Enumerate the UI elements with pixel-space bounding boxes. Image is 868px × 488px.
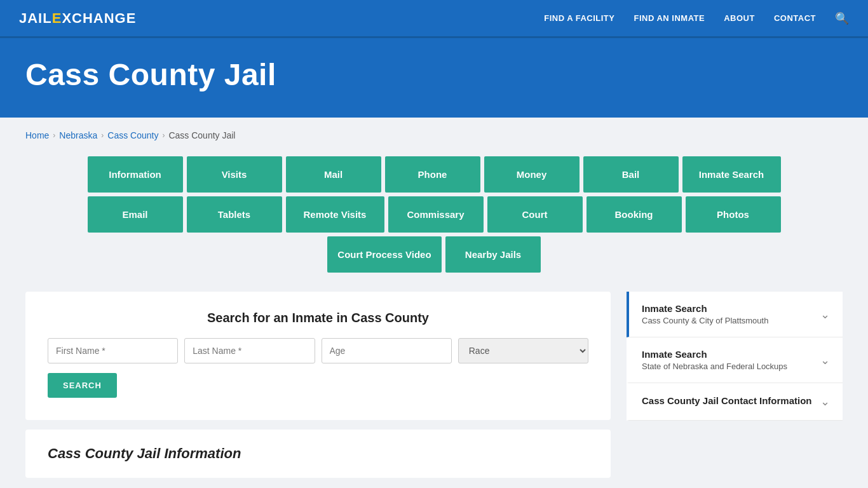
nav-find-inmate[interactable]: FIND AN INMATE <box>634 13 705 23</box>
breadcrumb-chevron-2: › <box>101 131 104 140</box>
btn-bail[interactable]: Bail <box>583 156 679 193</box>
logo-jail-text: JAIL <box>19 10 52 27</box>
chevron-down-icon-1: ⌄ <box>820 308 830 322</box>
nav-about[interactable]: ABOUT <box>724 13 755 23</box>
btn-remote-visits[interactable]: Remote Visits <box>286 196 384 233</box>
sidebar-card-3-title: Cass County Jail Contact Information <box>642 395 812 406</box>
btn-commissary[interactable]: Commissary <box>388 196 484 233</box>
navbar: JAILEXCHANGE FIND A FACILITY FIND AN INM… <box>0 0 868 38</box>
breadcrumb-nebraska[interactable]: Nebraska <box>59 130 97 140</box>
chevron-down-icon-3: ⌄ <box>820 395 830 409</box>
btn-inmate-search[interactable]: Inmate Search <box>682 156 781 193</box>
sidebar-card-1[interactable]: Inmate Search Cass County & City of Plat… <box>627 292 843 337</box>
btn-email[interactable]: Email <box>88 196 183 233</box>
last-name-input[interactable] <box>184 338 315 363</box>
sidebar-card-1-title: Inmate Search <box>642 303 768 314</box>
sidebar-card-2-subtitle: State of Nebraska and Federal Lockups <box>642 362 787 371</box>
content-area: Home › Nebraska › Cass County › Cass Cou… <box>0 118 868 488</box>
hero-section: Cass County Jail <box>0 38 868 118</box>
sidebar-card-1-text: Inmate Search Cass County & City of Plat… <box>642 303 768 325</box>
btn-court[interactable]: Court <box>487 196 583 233</box>
first-name-input[interactable] <box>48 338 178 363</box>
btn-mail[interactable]: Mail <box>286 156 381 193</box>
breadcrumb-cass-county[interactable]: Cass County <box>107 130 158 140</box>
breadcrumb-home[interactable]: Home <box>25 130 49 140</box>
sidebar-card-2-title: Inmate Search <box>642 349 787 360</box>
search-box: Search for an Inmate in Cass County Race… <box>25 292 611 420</box>
logo-x-text: E <box>52 10 62 27</box>
breadcrumb-chevron-1: › <box>53 131 55 140</box>
button-row-3: Court Process Video Nearby Jails <box>327 236 541 273</box>
btn-booking[interactable]: Booking <box>587 196 682 233</box>
page-title: Cass County Jail <box>25 57 843 92</box>
sidebar-card-3[interactable]: Cass County Jail Contact Information ⌄ <box>627 383 843 421</box>
left-panel: Search for an Inmate in Cass County Race… <box>25 292 611 478</box>
button-row-2: Email Tablets Remote Visits Commissary C… <box>88 196 781 233</box>
breadcrumb-chevron-3: › <box>162 131 165 140</box>
race-select[interactable]: Race White Black Hispanic Asian Other <box>458 338 588 363</box>
nav-find-facility[interactable]: FIND A FACILITY <box>544 13 614 23</box>
btn-information[interactable]: Information <box>88 156 183 193</box>
sidebar-card-2-text: Inmate Search State of Nebraska and Fede… <box>642 349 787 371</box>
btn-money[interactable]: Money <box>484 156 580 193</box>
breadcrumb: Home › Nebraska › Cass County › Cass Cou… <box>25 130 843 140</box>
chevron-down-icon-2: ⌄ <box>820 353 830 367</box>
info-title: Cass County Jail Information <box>48 445 588 462</box>
btn-photos[interactable]: Photos <box>686 196 781 233</box>
sidebar-card-1-subtitle: Cass County & City of Plattsmouth <box>642 316 768 325</box>
sidebar-card-3-text: Cass County Jail Contact Information <box>642 395 812 408</box>
button-row-1: Information Visits Mail Phone Money Bail… <box>88 156 781 193</box>
logo-change-text: XCHANGE <box>62 10 136 27</box>
search-fields: Race White Black Hispanic Asian Other <box>48 338 588 363</box>
breadcrumb-current: Cass County Jail <box>168 130 235 140</box>
search-button[interactable]: SEARCH <box>48 373 117 398</box>
search-icon[interactable]: 🔍 <box>835 11 849 25</box>
site-logo[interactable]: JAILEXCHANGE <box>19 10 136 27</box>
btn-tablets[interactable]: Tablets <box>187 196 282 233</box>
navbar-links: FIND A FACILITY FIND AN INMATE ABOUT CON… <box>544 11 849 25</box>
btn-visits[interactable]: Visits <box>187 156 282 193</box>
age-input[interactable] <box>322 338 452 363</box>
btn-court-process-video[interactable]: Court Process Video <box>327 236 442 273</box>
nav-contact[interactable]: CONTACT <box>774 13 816 23</box>
info-section: Cass County Jail Information <box>25 430 611 478</box>
search-title: Search for an Inmate in Cass County <box>48 311 588 325</box>
right-panel: Inmate Search Cass County & City of Plat… <box>627 292 843 421</box>
button-grid: Information Visits Mail Phone Money Bail… <box>25 156 843 273</box>
main-section: Search for an Inmate in Cass County Race… <box>25 292 843 478</box>
btn-nearby-jails[interactable]: Nearby Jails <box>445 236 541 273</box>
sidebar-card-2[interactable]: Inmate Search State of Nebraska and Fede… <box>627 337 843 383</box>
btn-phone[interactable]: Phone <box>385 156 480 193</box>
